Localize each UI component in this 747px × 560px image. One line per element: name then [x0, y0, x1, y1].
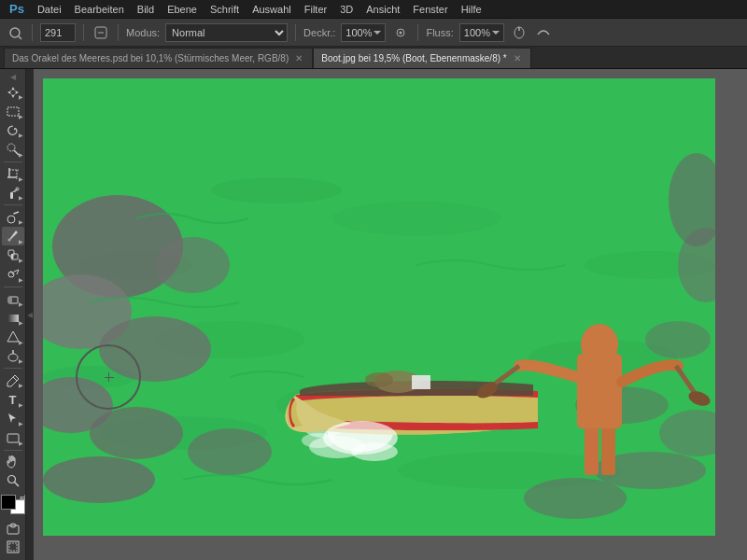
svg-point-59	[188, 428, 272, 475]
foreground-color-swatch[interactable]	[1, 495, 16, 510]
svg-point-64	[645, 321, 711, 358]
tool-quick-mask[interactable]	[2, 519, 24, 537]
swap-colors-button[interactable]: ⇄	[20, 493, 27, 502]
svg-line-22	[13, 212, 19, 214]
tool-quick-select[interactable]: ▶	[2, 140, 24, 158]
svg-rect-29	[7, 315, 19, 322]
menu-fenster[interactable]: Fenster	[407, 2, 453, 17]
separator	[83, 24, 84, 41]
brush-size-input[interactable]	[40, 23, 76, 42]
tool-blur[interactable]: ▶	[2, 328, 24, 345]
svg-line-1	[19, 36, 21, 39]
tool-gradient[interactable]: ▶	[2, 309, 24, 327]
app-logo: Ps	[4, 2, 30, 16]
tool-marquee[interactable]: ▶	[2, 102, 24, 119]
tool-separator	[4, 204, 22, 205]
menu-ebene[interactable]: Ebene	[162, 2, 203, 17]
separator	[118, 24, 119, 41]
color-swatches[interactable]: ⇄	[1, 495, 25, 514]
tool-shape[interactable]: ▶	[2, 428, 24, 446]
menu-schrift[interactable]: Schrift	[204, 2, 245, 17]
svg-rect-28	[8, 297, 12, 303]
airbrush-icon[interactable]	[391, 23, 410, 42]
svg-point-71	[365, 372, 393, 387]
tool-path-select[interactable]: ▶	[2, 410, 24, 427]
menu-auswahl[interactable]: Auswahl	[247, 2, 297, 17]
tool-eyedropper[interactable]: ▶	[2, 184, 24, 202]
menu-hilfe[interactable]: Hilfe	[456, 2, 487, 17]
flow-control[interactable]: 100%	[459, 23, 504, 42]
svg-rect-11	[7, 107, 19, 116]
tab-1[interactable]: Das Orakel des Meeres.psd bei 10,1% (Stü…	[4, 48, 313, 68]
tablet-pressure-icon[interactable]	[510, 23, 529, 42]
tool-hand[interactable]	[2, 453, 24, 470]
opacity-value: 100%	[345, 27, 372, 38]
separator	[32, 24, 33, 41]
tool-move[interactable]: ▶	[2, 83, 24, 101]
menu-ansicht[interactable]: Ansicht	[360, 2, 405, 17]
tool-lasso[interactable]: ▶	[2, 121, 24, 139]
menu-3d[interactable]: 3D	[334, 2, 359, 17]
tool-zoom[interactable]	[2, 472, 24, 490]
svg-point-76	[581, 324, 618, 365]
mode-label: Modus:	[126, 27, 160, 38]
svg-point-35	[7, 476, 15, 483]
svg-rect-34	[7, 434, 19, 442]
svg-point-57	[155, 237, 230, 293]
tabbar: Das Orakel des Meeres.psd bei 10,1% (Stü…	[0, 47, 747, 69]
toolbar-collapse[interactable]: ◀	[9, 73, 17, 80]
tool-separator	[4, 450, 22, 451]
side-handle[interactable]: ◀	[26, 69, 34, 560]
tool-crop[interactable]: ▶	[2, 164, 24, 182]
svg-point-23	[7, 239, 10, 242]
tab-2[interactable]: Boot.jpg bei 19,5% (Boot, Ebenenmaske/8)…	[313, 48, 530, 68]
main-area: ◀ ▶ ▶ ▶ ▶ ▶ ▶	[0, 69, 747, 560]
smoothing-icon[interactable]	[534, 23, 553, 42]
svg-point-51	[211, 177, 342, 203]
svg-rect-37	[7, 525, 19, 534]
tool-eraser[interactable]: ▶	[2, 290, 24, 308]
tool-history[interactable]: ▶	[2, 265, 24, 283]
svg-point-21	[7, 216, 15, 223]
tool-separator	[4, 161, 22, 162]
tool-healing[interactable]: ▶	[2, 208, 24, 226]
svg-point-60	[524, 478, 627, 519]
svg-line-36	[14, 483, 19, 487]
tool-separator	[4, 287, 22, 287]
tool-screen-mode[interactable]	[2, 539, 24, 556]
toolbar: ◀ ▶ ▶ ▶ ▶ ▶ ▶	[0, 69, 26, 560]
svg-marker-7	[492, 31, 500, 35]
brush-preset-icon[interactable]	[92, 23, 110, 42]
tool-pen[interactable]: ▶	[2, 371, 24, 389]
menu-filter[interactable]: Filter	[299, 2, 332, 17]
svg-marker-30	[7, 331, 19, 342]
image-canvas	[43, 78, 715, 536]
menu-bearbeiten[interactable]: Bearbeiten	[69, 2, 130, 17]
svg-rect-18	[10, 192, 13, 199]
svg-point-12	[7, 144, 15, 151]
tab-2-close[interactable]: ✕	[512, 53, 523, 63]
separator	[417, 24, 418, 41]
tool-brush[interactable]: ▶	[2, 227, 24, 245]
svg-marker-10	[7, 87, 19, 98]
mode-select[interactable]: Normal Multiplizieren Negativ Multiplizi…	[165, 23, 288, 42]
tool-type[interactable]: T ▶	[2, 390, 24, 408]
brush-tool-icon[interactable]	[6, 23, 24, 42]
canvas-area[interactable]	[34, 69, 747, 560]
svg-line-33	[13, 377, 17, 381]
separator	[295, 24, 296, 41]
menu-bild[interactable]: Bild	[132, 2, 160, 17]
tab-1-close[interactable]: ✕	[293, 53, 304, 63]
svg-rect-40	[9, 543, 17, 551]
svg-rect-72	[412, 375, 430, 389]
menu-datei[interactable]: Datei	[32, 2, 67, 17]
tool-clone[interactable]: ▶	[2, 246, 24, 264]
scene-svg	[43, 78, 715, 536]
svg-point-83	[351, 442, 398, 461]
tool-dodge[interactable]: ▶	[2, 347, 24, 365]
menubar: Ps Datei Bearbeiten Bild Ebene Schrift A…	[0, 0, 747, 19]
svg-rect-73	[585, 424, 599, 475]
opacity-control[interactable]: 100%	[341, 23, 386, 42]
tab-1-label: Das Orakel des Meeres.psd bei 10,1% (Stü…	[12, 53, 289, 63]
svg-point-31	[8, 354, 18, 361]
